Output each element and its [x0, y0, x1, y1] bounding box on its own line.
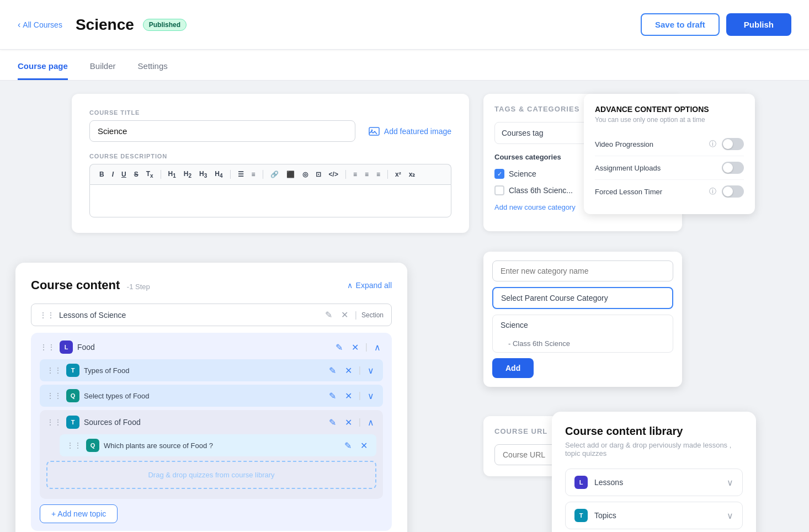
toolbar-link[interactable]: 🔗 [268, 169, 281, 179]
lesson-edit-icon[interactable]: ✎ [333, 342, 345, 353]
lesson-delete-icon[interactable]: ✕ [349, 342, 361, 353]
toolbar-subscript[interactable]: x₂ [406, 169, 418, 179]
section-delete-icon[interactable]: ✕ [339, 310, 350, 320]
topic-name-types: Types of Food [84, 366, 322, 375]
lib-topics-label: Topics [594, 511, 720, 520]
sources-drag-icon[interactable]: ⋮⋮ [46, 418, 62, 427]
toolbar-embed[interactable]: ⊡ [313, 169, 324, 179]
new-category-input[interactable] [492, 260, 673, 281]
checkbox-science[interactable]: ✓ [494, 169, 504, 179]
dropdown-item-class6[interactable]: - Class 6th Science [493, 335, 673, 352]
lib-lessons-icon: L [574, 476, 588, 489]
checkbox-class6[interactable] [494, 185, 504, 195]
toggle-label-video: Video Progression [595, 140, 704, 148]
toolbar-sep1 [161, 170, 161, 179]
toolbar-underline[interactable]: U [119, 169, 129, 179]
toolbar-code[interactable]: </> [326, 169, 341, 179]
toolbar-align-center[interactable]: ≡ [362, 169, 371, 179]
tab-builder[interactable]: Builder [90, 61, 116, 80]
quiz-drag-icon[interactable]: ⋮⋮ [46, 391, 62, 400]
toolbar-strikethrough[interactable]: S [131, 169, 141, 179]
back-label[interactable]: All Courses [23, 20, 62, 29]
editor-body[interactable] [89, 184, 451, 217]
course-page-panel: COURSE TITLE Add featured image COURSE D… [72, 94, 469, 233]
lib-lessons-chevron: ∨ [727, 477, 733, 488]
topic-expand-icon[interactable]: ∨ [365, 365, 376, 376]
course-desc-label: COURSE DESCRIPTION [89, 153, 451, 159]
toolbar-ol[interactable]: ≡ [249, 169, 258, 179]
plants-edit-icon[interactable]: ✎ [342, 440, 354, 451]
section-row: ⋮⋮ Lessons of Science ✎ ✕ | Section [31, 304, 392, 326]
advance-subtitle: You can use only one option at a time [595, 116, 744, 124]
lesson-sep: | [365, 342, 368, 352]
add-image-button[interactable]: Add featured image [369, 127, 451, 136]
sources-name: Sources of Food [84, 418, 322, 427]
toggle-switch-video[interactable] [722, 138, 744, 150]
sources-edit-icon[interactable]: ✎ [327, 417, 338, 428]
library-item-lessons[interactable]: L Lessons ∨ [565, 469, 743, 496]
toolbar-sep5 [387, 170, 388, 179]
plants-q-icon: Q [86, 439, 99, 452]
expand-all-button[interactable]: ∧ Expand all [347, 281, 392, 290]
section-sep: | [355, 310, 357, 320]
info-icon-timer[interactable]: ⓘ [709, 187, 716, 196]
publish-button[interactable]: Publish [726, 13, 791, 36]
sources-collapse-icon[interactable]: ∧ [365, 417, 376, 428]
toggle-switch-timer[interactable] [722, 185, 744, 198]
plants-drag-icon[interactable]: ⋮⋮ [66, 441, 82, 450]
save-draft-button[interactable]: Save to draft [641, 13, 720, 36]
sub-topic-plants: ⋮⋮ Q Which plants are source of Food ? ✎… [60, 434, 376, 456]
lesson-drag-icon[interactable]: ⋮⋮ [40, 343, 55, 352]
topic-row-select: ⋮⋮ Q Select types of Food ✎ ✕ | ∨ [40, 385, 383, 407]
toolbar-h1[interactable]: H1 [166, 169, 179, 180]
course-title-input[interactable] [89, 120, 355, 142]
topic-row-types: ⋮⋮ T Types of Food ✎ ✕ | ∨ [40, 359, 383, 381]
plants-delete-icon[interactable]: ✕ [358, 440, 370, 451]
toolbar-h3[interactable]: H3 [196, 169, 210, 180]
add-topic-button[interactable]: + Add new topic [40, 504, 118, 523]
nav-left: ‹ All Courses Science Published [18, 16, 187, 34]
toolbar-align-right[interactable]: ≡ [374, 169, 383, 179]
toggle-row-video: Video Progression ⓘ [595, 132, 744, 156]
lib-lessons-label: Lessons [594, 478, 720, 487]
section-tag: Section [361, 311, 384, 319]
toggle-label-timer: Forced Lesson Timer [595, 188, 704, 196]
quiz-edit-icon[interactable]: ✎ [327, 391, 338, 401]
info-icon-video[interactable]: ⓘ [709, 139, 716, 149]
tab-course-page[interactable]: Course page [18, 61, 68, 80]
advance-panel: ADVANCE CONTENT OPTIONS You can use only… [584, 94, 755, 214]
parent-category-select[interactable]: Select Parent Course Category [492, 287, 673, 309]
courses-tag-label: Courses tag [502, 129, 543, 137]
toolbar-image[interactable]: ⬛ [284, 169, 297, 179]
toolbar-video[interactable]: ◎ [300, 169, 311, 179]
quiz-delete-icon[interactable]: ✕ [343, 391, 354, 401]
sources-header: ⋮⋮ T Sources of Food ✎ ✕ | ∧ [46, 416, 376, 429]
toolbar-align-left[interactable]: ≡ [350, 169, 360, 179]
drag-handle-icon[interactable]: ⋮⋮ [39, 311, 55, 320]
section-edit-icon[interactable]: ✎ [323, 310, 334, 320]
image-icon [369, 127, 380, 136]
library-item-topics[interactable]: T Topics ∨ [565, 502, 743, 529]
lesson-collapse-icon[interactable]: ∧ [372, 342, 383, 353]
toolbar-superscript[interactable]: x² [392, 169, 404, 179]
topic-delete-icon[interactable]: ✕ [343, 365, 354, 376]
quiz-expand-icon[interactable]: ∨ [365, 391, 376, 401]
section-name: Lessons of Science [59, 311, 318, 320]
sources-delete-icon[interactable]: ✕ [343, 417, 354, 428]
toolbar-h4[interactable]: H4 [212, 169, 225, 180]
add-category-button[interactable]: Add [492, 358, 534, 378]
back-arrow-icon: ‹ [18, 20, 20, 30]
toolbar-bold[interactable]: B [97, 169, 107, 179]
toolbar-italic[interactable]: I [109, 169, 116, 179]
dropdown-item-science[interactable]: Science [493, 315, 673, 335]
toolbar-h2[interactable]: H2 [181, 169, 194, 180]
toolbar-ul[interactable]: ☰ [235, 169, 247, 179]
tab-settings[interactable]: Settings [138, 61, 168, 80]
toggle-switch-upload[interactable] [722, 162, 744, 174]
toggle-label-upload: Assignment Uploads [595, 164, 716, 172]
back-link[interactable]: ‹ All Courses [18, 20, 62, 30]
topic-edit-icon[interactable]: ✎ [327, 365, 338, 376]
toolbar-text[interactable]: Tx [143, 169, 156, 180]
topic-drag-icon[interactable]: ⋮⋮ [46, 366, 62, 375]
sources-t-icon: T [66, 416, 79, 429]
